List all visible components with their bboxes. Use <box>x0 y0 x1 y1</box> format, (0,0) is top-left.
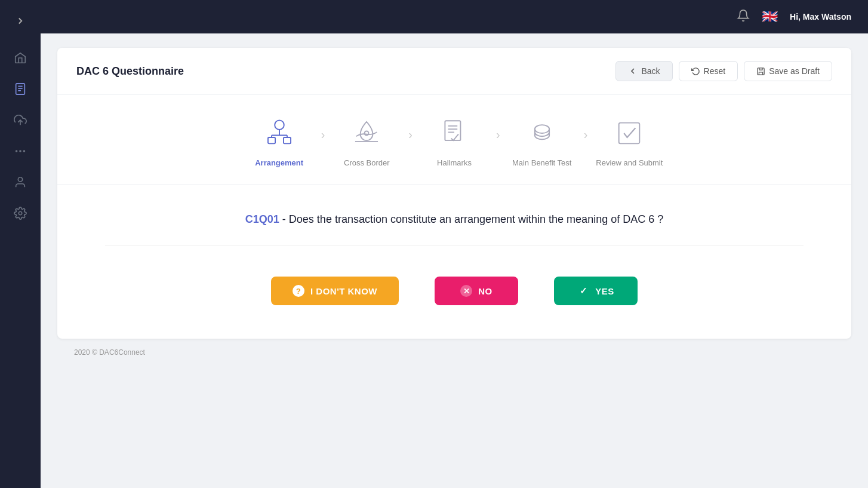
svg-point-9 <box>19 211 22 215</box>
header-actions: Back Reset <box>615 61 832 81</box>
svg-rect-21 <box>445 121 460 140</box>
step-main-benefit-label: Main Benefit Test <box>512 158 571 167</box>
no-button[interactable]: ✕ NO <box>435 277 518 305</box>
sidebar-toggle[interactable] <box>9 10 32 35</box>
card-header: DAC 6 Questionnaire Back Reset <box>57 48 851 95</box>
svg-rect-0 <box>16 84 25 94</box>
svg-rect-13 <box>284 137 291 143</box>
svg-point-11 <box>275 120 284 130</box>
main-area: 🇬🇧 Hi, Max Watson DAC 6 Questionnaire Ba… <box>41 0 868 488</box>
idk-button[interactable]: ? I DON'T KNOW <box>271 277 399 305</box>
no-icon: ✕ <box>460 285 472 297</box>
page-content: DAC 6 Questionnaire Back Reset <box>41 33 868 488</box>
reset-icon <box>691 67 700 76</box>
svg-point-7 <box>23 150 26 152</box>
sidebar <box>0 0 41 488</box>
sidebar-item-upload[interactable] <box>7 107 33 133</box>
question-area: C1Q01 - Does the transaction constitute … <box>57 185 851 339</box>
svg-rect-26 <box>619 123 640 144</box>
svg-point-5 <box>16 150 18 152</box>
question-divider <box>105 245 804 245</box>
review-submit-icon <box>610 114 648 152</box>
svg-point-8 <box>18 177 22 182</box>
hallmarks-icon <box>435 114 473 152</box>
svg-rect-10 <box>758 67 764 74</box>
stepper-arrow-4: › <box>584 128 588 142</box>
yes-button[interactable]: ✓ YES <box>554 277 638 305</box>
save-icon <box>756 67 765 76</box>
user-greeting: Hi, Max Watson <box>790 12 851 22</box>
arrangement-icon <box>260 114 298 152</box>
step-arrangement-label: Arrangement <box>255 158 303 167</box>
step-main-benefit[interactable]: Main Benefit Test <box>500 114 584 167</box>
step-hallmarks-label: Hallmarks <box>437 158 472 167</box>
step-arrangement[interactable]: Arrangement <box>238 114 321 167</box>
reset-button[interactable]: Reset <box>679 61 738 81</box>
progress-stepper: Arrangement › Cross Border <box>57 95 851 185</box>
step-review-submit[interactable]: Review and Submit <box>587 114 671 167</box>
answer-buttons: ? I DON'T KNOW ✕ NO ✓ YES <box>271 277 638 305</box>
main-benefit-icon <box>523 114 561 152</box>
notification-bell-icon[interactable] <box>737 9 750 25</box>
sidebar-item-questionnaire[interactable] <box>7 76 33 102</box>
sidebar-item-more[interactable] <box>7 138 33 164</box>
question-code: C1Q01 <box>245 213 279 225</box>
language-flag[interactable]: 🇬🇧 <box>762 9 778 24</box>
stepper-arrow-3: › <box>496 128 500 142</box>
yes-icon: ✓ <box>577 285 589 297</box>
question-text: C1Q01 - Does the transaction constitute … <box>245 213 663 226</box>
svg-rect-12 <box>268 137 275 143</box>
step-hallmarks[interactable]: Hallmarks <box>413 114 496 167</box>
back-button[interactable]: Back <box>615 61 672 81</box>
svg-point-25 <box>535 125 549 133</box>
top-bar: 🇬🇧 Hi, Max Watson <box>41 0 868 33</box>
sidebar-item-home[interactable] <box>7 45 33 71</box>
sidebar-item-settings[interactable] <box>7 200 33 226</box>
stepper-arrow-2: › <box>408 128 413 142</box>
step-cross-border[interactable]: Cross Border <box>325 114 408 167</box>
page-title: DAC 6 Questionnaire <box>76 65 184 78</box>
save-draft-button[interactable]: Save as Draft <box>744 61 832 81</box>
idk-icon: ? <box>293 285 304 297</box>
footer: 2020 © DAC6Connect <box>57 339 851 366</box>
questionnaire-card: DAC 6 Questionnaire Back Reset <box>57 48 851 339</box>
step-review-submit-label: Review and Submit <box>596 158 663 167</box>
sidebar-item-user[interactable] <box>7 169 33 195</box>
stepper-arrow-1: › <box>321 128 325 142</box>
cross-border-icon <box>347 114 386 152</box>
svg-point-6 <box>19 150 21 152</box>
back-arrow-icon <box>628 66 638 76</box>
step-cross-border-label: Cross Border <box>344 158 390 167</box>
